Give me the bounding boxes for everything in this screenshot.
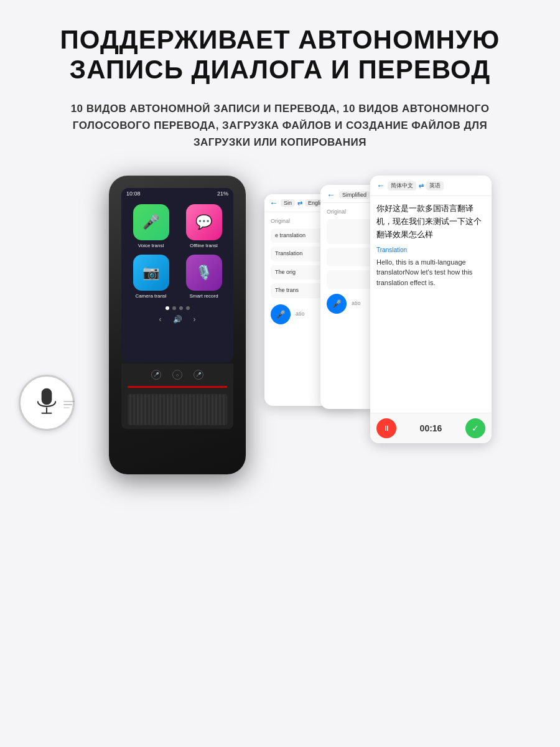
pause-button[interactable]: ⏸ bbox=[376, 418, 396, 438]
ss3-footer: ⏸ 00:16 ✓ bbox=[370, 413, 492, 443]
ss1-mic-button[interactable]: 🎤 bbox=[271, 304, 291, 324]
ss2-ation-label: atio bbox=[352, 299, 361, 308]
screenshot-3: ← 简体中文 ⇄ 英语 你好这是一款多国语言翻译机，现在我们来测试一下这个翻译效… bbox=[370, 176, 492, 443]
ss2-back-arrow-icon: ← bbox=[327, 190, 335, 200]
bottom-buttons: 🎤 ○ 🎤 bbox=[151, 367, 203, 382]
app-offline-transl-label: Offline transl bbox=[190, 243, 218, 248]
page-title: ПОДДЕРЖИВАЕТ АВТОНОМНУЮ ЗАПИСЬ ДИАЛОГА И… bbox=[60, 25, 500, 85]
ss3-to-lang: 英语 bbox=[426, 181, 444, 190]
bottom-btn-mic1: 🎤 bbox=[151, 370, 161, 380]
ss3-body: 你好这是一款多国语言翻译机，现在我们来测试一下这个翻译效果怎么样 Transla… bbox=[370, 196, 492, 443]
app-offline-transl-icon: 💬 bbox=[186, 204, 222, 240]
recording-timer: 00:16 bbox=[420, 423, 442, 433]
screen-nav: ‹ 🔊 › bbox=[121, 312, 233, 326]
dot-1 bbox=[166, 306, 169, 310]
microphone-icon bbox=[31, 387, 62, 418]
ss3-back-arrow-icon: ← bbox=[376, 181, 385, 190]
dot-3 bbox=[179, 306, 183, 310]
app-camera-transl-label: Camera transl bbox=[135, 293, 166, 299]
svg-rect-0 bbox=[42, 388, 52, 405]
ss1-ation-label: atio bbox=[296, 310, 305, 319]
clock: 10:08 bbox=[126, 190, 141, 197]
back-arrow-icon: ← bbox=[269, 198, 278, 208]
lang-swap-icon: ⇄ bbox=[297, 200, 302, 207]
translation-label: Translation bbox=[376, 247, 485, 253]
english-translated-text: Hello, this is a multi-language translat… bbox=[376, 257, 485, 288]
app-voice-transl-icon: 🎤 bbox=[133, 204, 169, 240]
dot-2 bbox=[172, 306, 176, 310]
app-offline-transl[interactable]: 💬 Offline transl bbox=[180, 204, 227, 248]
bottom-btn-mic2: 🎤 bbox=[194, 370, 203, 380]
nav-left[interactable]: ‹ bbox=[159, 315, 162, 324]
app-smart-record[interactable]: 🎙️ Smart record bbox=[180, 255, 227, 299]
phone-screen: 10:08 21% 🎤 Voice transl 💬 Offline trans… bbox=[121, 188, 233, 362]
battery: 21% bbox=[217, 190, 228, 197]
red-accent-bar bbox=[128, 386, 227, 388]
screen-dots bbox=[121, 306, 233, 310]
status-bar: 10:08 21% bbox=[121, 188, 233, 199]
ss3-header: ← 简体中文 ⇄ 英语 bbox=[370, 176, 492, 196]
ss1-from-lang: Sin bbox=[281, 199, 295, 207]
app-smart-record-label: Smart record bbox=[189, 293, 218, 299]
app-voice-transl-label: Voice transl bbox=[138, 243, 164, 248]
ss2-from-lang: Simplified bbox=[339, 191, 370, 199]
app-voice-transl[interactable]: 🎤 Voice transl bbox=[128, 204, 174, 248]
app-camera-transl[interactable]: 📷 Camera transl bbox=[128, 255, 174, 299]
chinese-original-text: 你好这是一款多国语言翻译机，现在我们来测试一下这个翻译效果怎么样 bbox=[376, 202, 485, 241]
app-grid: 🎤 Voice transl 💬 Offline transl 📷 Camera… bbox=[121, 199, 233, 304]
screenshots-stack: ← Sin ⇄ English Original e translation T… bbox=[264, 176, 488, 499]
app-smart-record-icon: 🎙️ bbox=[186, 255, 222, 291]
main-content: 10:08 21% 🎤 Voice transl 💬 Offline trans… bbox=[19, 176, 541, 499]
mic-waves bbox=[63, 401, 75, 408]
nav-right[interactable]: › bbox=[194, 315, 196, 324]
ss2-mic-button[interactable]: 🎤 bbox=[327, 294, 347, 314]
dot-4 bbox=[186, 306, 190, 310]
speaker-grille bbox=[128, 394, 227, 425]
ss3-lang-swap-icon: ⇄ bbox=[419, 182, 424, 189]
bottom-btn-home: ○ bbox=[172, 370, 182, 380]
nav-vol[interactable]: 🔊 bbox=[173, 315, 182, 324]
phone-device: 10:08 21% 🎤 Voice transl 💬 Offline trans… bbox=[109, 176, 246, 474]
page-subtitle: 10 ВИДОВ АВТОНОМНОЙ ЗАПИСИ И ПЕРЕВОДА, 1… bbox=[44, 100, 516, 151]
ss3-from-lang: 简体中文 bbox=[388, 181, 416, 190]
app-camera-transl-icon: 📷 bbox=[133, 255, 169, 291]
confirm-button[interactable]: ✓ bbox=[465, 418, 485, 438]
phone-bottom-hardware: 🎤 ○ 🎤 bbox=[121, 364, 233, 429]
